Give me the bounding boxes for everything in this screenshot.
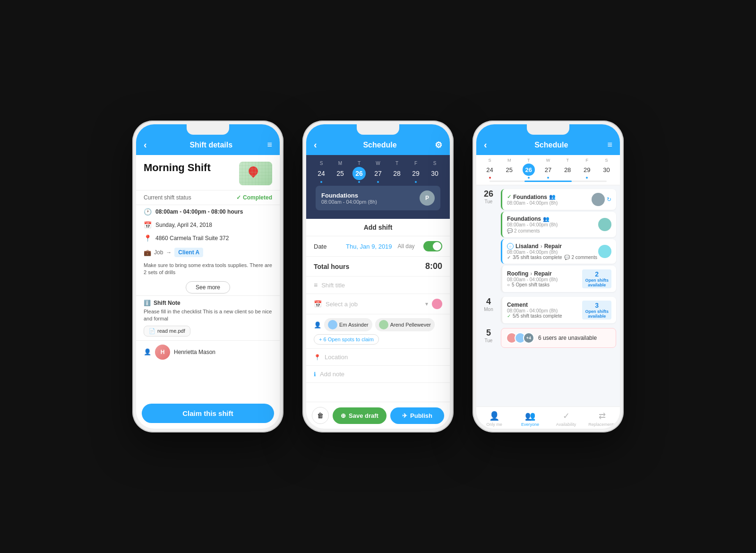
location-placeholder: Location [325,354,348,361]
clock-icon: 🕐 [144,208,152,216]
add-shift-form: Add shift Date Thu, Jan 9, 2019 All day … [306,219,450,429]
notch-3 [527,124,569,135]
shift-info-2: Foundations 👥 08:00am - 04:00pm (8h) 💬 2… [507,216,598,233]
schedule-content: S 24 M 25 T 26 [476,155,620,429]
nav-everyone[interactable]: 👥 Everyone [512,411,548,427]
replacements-label: Replacements [588,422,616,427]
arrow-3: › [530,270,532,277]
date-row[interactable]: Date Thu, Jan 9, 2019 All day [306,236,450,257]
shift-avatar-lisaland [598,245,611,258]
total-label: Total hours [314,263,349,270]
dot-3 [377,181,379,183]
cal-day-6: S 30 [428,161,441,183]
date-info: Sunday, April 24, 2018 [155,222,212,228]
shift-card-cement[interactable]: Cement 08:00am - 04:00pm (8h) ✓ 5/5 shif… [501,297,616,323]
assignee-avatar: H [155,345,170,360]
shift-title-row[interactable]: ≡ Shift title [306,276,450,294]
only-me-icon: 👤 [489,411,499,421]
people-icon-shift-2: 👥 [543,216,550,222]
shift-title-1: ✓ Foundations 👥 [507,194,592,200]
location-icon-2: 📍 [314,354,321,361]
nav-replacements[interactable]: ⇄ Replacements [584,411,620,427]
refresh-icon[interactable]: ↻ [607,196,611,203]
only-me-label: Only me [486,422,502,427]
save-draft-button[interactable]: ⊕ Save draft [333,407,387,424]
shift-card-roofing[interactable]: Roofing › Repair 08:00am - 04:00pm (8h) … [501,266,616,292]
assignee-avatar-2 [379,320,388,329]
shift-title-placeholder: Shift title [321,282,345,289]
publish-button[interactable]: ✈ Publish [390,407,444,424]
shift-card-lisaland[interactable]: ○ Lisaland › Repair 08:00am - 04:00pm (8… [501,239,616,264]
assignee-chip-2[interactable]: Arend Pellewever [375,318,435,331]
status-row: Current shift status ✓ Completed [136,190,280,205]
availability-label: Availability [556,422,576,427]
location-icon: 📍 [144,234,152,242]
nav-availability[interactable]: ✓ Availability [548,411,584,427]
sched-day-w: W 27 [542,158,554,179]
assignee-chip-1[interactable]: Em Assinder [324,318,372,331]
prev-shift-time: 08:00am - 04:00pm (8h) [321,199,377,205]
attachment-button[interactable]: 📄 read me.pdf [144,326,190,337]
calendar-days-row: S 24 M 25 T 26 W 27 [312,161,444,183]
info-circle-icon: ℹ️ [144,300,151,306]
chevron-down-icon: ▾ [425,301,428,307]
status-value: ✓ Completed [236,194,272,201]
arrow-2: › [541,243,542,250]
note-icon: ℹ [314,371,316,378]
calendar-strip: S 24 M 25 T 26 W 27 [306,155,450,219]
shift-details-content: Morning Shift Current shift status ✓ Com… [136,155,280,429]
assignee-name-2: Arend Pellewever [390,322,431,328]
sched-day-s1: S 24 [484,158,496,179]
phone-inner: ‹ Shift details ≡ Morning Shift Current … [136,124,280,429]
total-value: 8:00 [425,261,442,271]
back-button-2[interactable]: ‹ [314,139,325,150]
save-icon: ⊕ [341,412,346,419]
nav-only-me[interactable]: 👤 Only me [476,411,512,427]
map-thumbnail[interactable] [239,162,272,185]
open-spots-button[interactable]: + 6 Open spots to claim [314,334,379,345]
shift-time-2: 08:00am - 04:00pm (8h) [507,222,598,227]
shift-info-lisaland: ○ Lisaland › Repair 08:00am - 04:00pm (8… [507,243,598,260]
dot-red [489,177,491,179]
note-row[interactable]: ℹ Add note [306,366,450,383]
assignee-name-1: Em Assinder [339,322,369,328]
sched-day-t-sel: T 26 [523,158,535,179]
menu-button-shift[interactable]: ≡ [267,140,272,150]
shift-avatar-2 [598,218,611,231]
color-dot [432,299,442,309]
gear-button[interactable]: ⚙ [435,140,442,150]
calendar-icon-2: 📅 [314,300,322,308]
delete-button[interactable]: 🗑 [312,407,329,424]
allday-toggle[interactable] [423,241,442,251]
claim-shift-button[interactable]: Claim this shift [142,404,274,423]
location-row[interactable]: 📍 Location [306,349,450,366]
shift-info-roofing: Roofing › Repair 08:00am - 04:00pm (8h) … [507,270,582,287]
multi-avatars: +4 [506,332,534,344]
shift-time-roofing: 08:00am - 04:00pm (8h) [507,277,582,282]
dot-0 [320,181,322,183]
unavail-text: 6 users are unavailable [538,335,597,341]
shift-title-cement: Cement [507,302,582,308]
shift-note-section: ℹ️ Shift Note Please fill in the checkli… [136,295,280,340]
dot-2 [358,181,360,183]
menu-button-3[interactable]: ≡ [607,140,612,150]
check-icon-cement: ✓ [507,313,511,319]
cal-day-4: T 28 [390,161,404,183]
job-row: 💼 Job → Client A [136,245,280,260]
shift-card-foundations-2[interactable]: Foundations 👥 08:00am - 04:00pm (8h) 💬 2… [501,212,616,237]
back-button[interactable]: ‹ [144,139,155,150]
schedule-calendar: S 24 M 25 T 26 [476,155,620,185]
job-select-row[interactable]: 📅 Select a job ▾ [306,294,450,314]
people-icon-2: 👤 [314,321,321,328]
see-more-button[interactable]: See more [186,281,230,294]
list-icon: ≡ [314,281,318,289]
date-label-5: 5 Tue [480,328,497,343]
address-info: 4860 Carmela Trail Suite 372 [155,235,229,242]
back-button-3[interactable]: ‹ [484,139,495,150]
people-icon-shift: 👥 [549,194,556,200]
job-client-tag[interactable]: Client A [174,248,203,257]
calendar-icon: 📅 [144,221,152,229]
scroll-indicator [490,181,607,182]
shift-card-foundations-1[interactable]: ✓ Foundations 👥 08:00am - 04:00pm (8h) ↻ [501,189,616,210]
file-icon: 📄 [149,328,155,334]
